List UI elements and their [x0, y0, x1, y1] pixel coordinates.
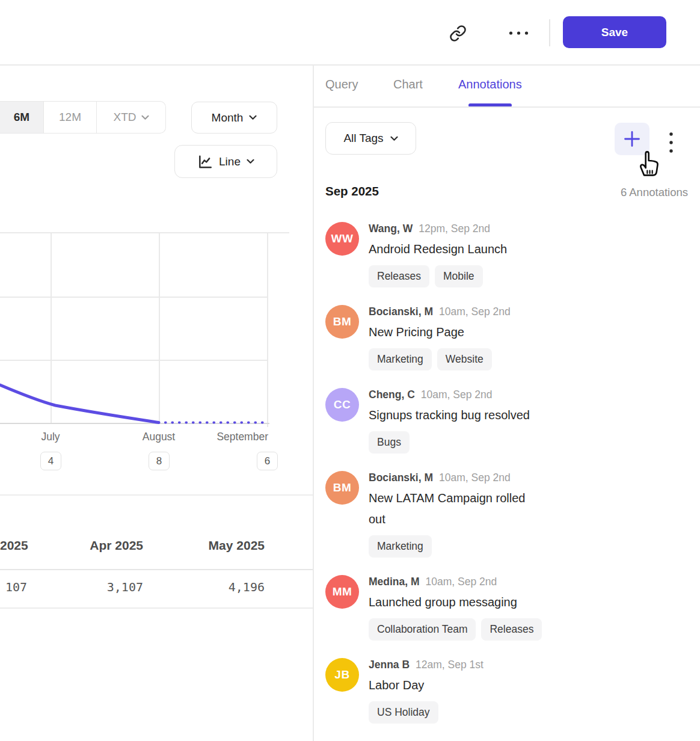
chevron-down-icon: [247, 159, 254, 164]
tag-chip[interactable]: Marketing: [369, 348, 432, 370]
granularity-label: Month: [212, 111, 244, 125]
trend-line-chart: [0, 223, 313, 428]
tag-chip[interactable]: Website: [437, 348, 492, 370]
table-header-cell: Apr 2025: [27, 538, 143, 553]
table-header-border: [0, 569, 313, 570]
tag-chip[interactable]: US Holiday: [369, 701, 438, 724]
annotation-author: Bocianski, M: [369, 471, 433, 485]
tabs-border: [313, 106, 700, 108]
line-chart-icon: [197, 154, 213, 170]
save-button[interactable]: Save: [563, 16, 666, 48]
annotation-tags: Bugs: [369, 431, 530, 454]
annotation-title: New Pricing Page: [369, 322, 511, 343]
share-link-button[interactable]: [447, 23, 468, 43]
date-range-segmented-control: 6M 12M XTD: [0, 101, 166, 134]
table-value-cell: 107: [0, 580, 27, 594]
annotation-title: Signups tracking bug resolved: [369, 405, 530, 426]
range-12m-button[interactable]: 12M: [43, 102, 96, 133]
annotations-list: WW Wang, W 12pm, Sep 2nd Android Redesig…: [325, 222, 689, 724]
annotation-timestamp: 12am, Sep 1st: [416, 658, 484, 672]
table-header-cell: 2025: [0, 538, 27, 553]
annotation-item[interactable]: BM Bocianski, M 10am, Sep 2nd New LATAM …: [325, 471, 689, 558]
avatar: BM: [325, 305, 359, 339]
chevron-down-icon: [249, 115, 257, 120]
chevron-down-icon: [141, 115, 149, 120]
annotations-menu-button[interactable]: [665, 129, 677, 156]
annotation-timestamp: 10am, Sep 2nd: [439, 471, 511, 485]
chart-type-dropdown[interactable]: Line: [174, 145, 277, 178]
tab-query[interactable]: Query: [325, 78, 358, 91]
granularity-dropdown[interactable]: Month: [191, 102, 277, 134]
tag-filter-dropdown[interactable]: All Tags: [325, 122, 416, 155]
tag-chip[interactable]: Releases: [369, 265, 429, 287]
table-value-row: 107 3,107 4,196: [0, 580, 265, 594]
annotation-author: Bocianski, M: [369, 305, 433, 319]
header-border: [0, 64, 700, 66]
tag-filter-label: All Tags: [343, 132, 383, 145]
annotation-title: Labor Day: [369, 675, 484, 696]
annotation-body: Medina, M 10am, Sep 2nd Launched group m…: [369, 575, 542, 641]
annotation-meta: Bocianski, M 10am, Sep 2nd: [369, 471, 525, 485]
avatar: MM: [325, 575, 359, 609]
kebab-icon: [669, 132, 674, 153]
app-window: Save 6M 12M XTD Month Line: [0, 0, 700, 741]
more-options-button[interactable]: [506, 28, 530, 38]
x-axis-label-august: August: [135, 431, 183, 443]
table-value-cell: 3,107: [27, 580, 143, 594]
avatar: CC: [325, 388, 359, 422]
annotation-body: Cheng, C 10am, Sep 2nd Signups tracking …: [369, 388, 530, 454]
annotation-author: Medina, M: [369, 575, 420, 589]
range-xtd-label: XTD: [114, 111, 137, 124]
tag-chip[interactable]: Mobile: [435, 265, 483, 287]
annotation-meta: Cheng, C 10am, Sep 2nd: [369, 388, 530, 402]
table-header-cell: May 2025: [143, 538, 265, 553]
annotation-item[interactable]: JB Jenna B 12am, Sep 1st Labor Day US Ho…: [325, 658, 689, 724]
annotation-author: Cheng, C: [369, 388, 415, 402]
annotation-count-badge-september[interactable]: 6: [257, 452, 278, 470]
annotation-count: 6 Annotations: [568, 186, 688, 199]
trend-line-solid: [0, 385, 159, 423]
tab-chart[interactable]: Chart: [393, 78, 423, 91]
annotation-count-badge-august[interactable]: 8: [149, 452, 170, 470]
annotation-count-badge-july[interactable]: 4: [40, 452, 61, 470]
annotation-body: Bocianski, M 10am, Sep 2nd New Pricing P…: [369, 305, 511, 370]
annotation-tags: Releases Mobile: [369, 265, 507, 287]
x-axis-label-july: July: [26, 431, 75, 443]
avatar: JB: [325, 658, 359, 692]
annotation-body: Bocianski, M 10am, Sep 2nd New LATAM Cam…: [369, 471, 525, 558]
tag-chip[interactable]: Marketing: [369, 535, 432, 558]
add-annotation-button[interactable]: [615, 123, 649, 155]
tag-chip[interactable]: Collaboration Team: [369, 618, 476, 641]
annotation-timestamp: 10am, Sep 2nd: [439, 305, 511, 319]
annotation-tags: Marketing Website: [369, 348, 511, 370]
annotation-item[interactable]: BM Bocianski, M 10am, Sep 2nd New Pricin…: [325, 305, 689, 370]
annotation-body: Jenna B 12am, Sep 1st Labor Day US Holid…: [369, 658, 484, 724]
x-axis-label-september: September: [208, 431, 268, 443]
range-6m-button[interactable]: 6M: [0, 102, 43, 133]
annotation-author: Jenna B: [369, 658, 410, 672]
ellipsis-icon: [508, 30, 530, 36]
link-icon: [449, 25, 467, 42]
annotation-item[interactable]: CC Cheng, C 10am, Sep 2nd Signups tracki…: [325, 388, 689, 454]
tag-chip[interactable]: Releases: [481, 618, 542, 641]
annotation-tags: US Holiday: [369, 701, 484, 724]
annotation-tags: Collaboration Team Releases: [369, 618, 542, 641]
annotation-timestamp: 10am, Sep 2nd: [426, 575, 497, 589]
avatar: BM: [325, 471, 359, 505]
annotation-meta: Jenna B 12am, Sep 1st: [369, 658, 484, 672]
header-divider: [549, 19, 550, 46]
annotation-author: Wang, W: [369, 222, 413, 236]
tab-annotations-label: Annotations: [458, 78, 522, 91]
annotation-item[interactable]: WW Wang, W 12pm, Sep 2nd Android Redesig…: [325, 222, 689, 287]
table-header-row: 2025 Apr 2025 May 2025: [0, 538, 265, 553]
tab-annotations[interactable]: Annotations: [458, 78, 522, 91]
avatar: WW: [325, 222, 359, 256]
chart-type-label: Line: [219, 155, 241, 168]
annotation-meta: Bocianski, M 10am, Sep 2nd: [369, 305, 511, 319]
annotation-meta: Wang, W 12pm, Sep 2nd: [369, 222, 507, 236]
annotation-meta: Medina, M 10am, Sep 2nd: [369, 575, 542, 589]
range-xtd-button[interactable]: XTD: [96, 102, 165, 133]
annotation-timestamp: 10am, Sep 2nd: [421, 388, 493, 402]
annotation-item[interactable]: MM Medina, M 10am, Sep 2nd Launched grou…: [325, 575, 689, 641]
tag-chip[interactable]: Bugs: [369, 431, 410, 454]
